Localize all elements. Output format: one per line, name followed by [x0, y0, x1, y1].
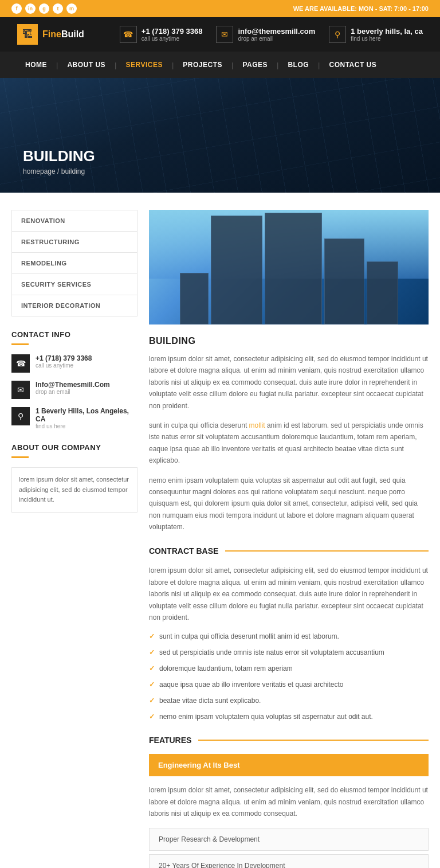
logo-icon: 🏗 — [17, 24, 38, 45]
check-text-3: doloremque laudantium, totam rem aperiam — [159, 663, 293, 674]
check-item-6: ✓ nemo enim ipsam voluptatem quia volupt… — [149, 711, 429, 722]
building-image-inner — [149, 210, 429, 324]
features-title-text: FEATURES — [149, 736, 191, 745]
contact-title-underline — [11, 343, 29, 345]
contact-info-title: CONTACT INFO — [11, 330, 138, 339]
nav-blog[interactable]: BLOG — [280, 52, 317, 78]
check-list: ✓ sunt in culpa qui officia deserunt mol… — [149, 631, 429, 722]
about-company-text: lorem ipsum dolor sit amet, consectetur … — [11, 467, 138, 513]
address-sub: find us here — [351, 36, 423, 42]
check-text-4: aaque ipsa quae ab illo inventore verita… — [159, 679, 344, 690]
email-sub: drop an email — [238, 36, 315, 42]
hero-breadcrumb: homepage / building — [23, 167, 417, 175]
address-text: 1 beverly hills, la, ca — [351, 27, 423, 36]
nav-projects[interactable]: PROJECTS — [175, 52, 230, 78]
sidebar-phone-number: +1 (718) 379 3368 — [36, 354, 92, 362]
contract-para: lorem ipsum dolor sit amet, consectetur … — [149, 565, 429, 623]
sidebar-phone-sub: call us anytime — [36, 362, 92, 369]
building-2 — [211, 216, 262, 324]
sidebar-address-text: 1 Beverly Hills, Los Angeles, CA — [36, 407, 138, 423]
logo-text: FineBuild — [42, 29, 84, 40]
email-icon: ✉ — [216, 26, 233, 43]
nav-sep-4: | — [230, 61, 234, 69]
check-item-2: ✓ sed ut perspiciatis unde omnis iste na… — [149, 647, 429, 658]
contract-title-text: CONTRACT BASE — [149, 546, 218, 556]
check-item-4: ✓ aaque ipsa quae ab illo inventore veri… — [149, 679, 429, 690]
check-text-1: sunt in culpa qui officia deserunt molli… — [159, 631, 339, 642]
check-text-6: nemo enim ipsam voluptatem quia voluptas… — [159, 711, 373, 722]
sidebar-email: ✉ Info@Themesmill.Com drop an email — [11, 381, 138, 399]
about-title-underline — [11, 456, 29, 458]
hero-lines — [0, 78, 440, 193]
nav-sep-2: | — [113, 61, 117, 69]
linkedin-icon[interactable]: in — [25, 3, 36, 14]
sidebar-about: ABOUT OUR COMPANY lorem ipsum dolor sit … — [11, 443, 138, 513]
twitter-icon[interactable]: t — [53, 3, 63, 14]
checkmark-6: ✓ — [149, 711, 155, 722]
sidebar-contact-info: CONTACT INFO ☎ +1 (718) 379 3368 call us… — [11, 330, 138, 429]
features-divider — [198, 740, 429, 741]
nav-sep-5: | — [276, 61, 280, 69]
social-links[interactable]: f in g t m — [11, 3, 77, 14]
features-active-text: lorem ipsum dolor sit amet, consectetur … — [149, 784, 429, 819]
sidebar-item-interior[interactable]: INTERIOR DECORATION — [12, 295, 137, 316]
header-phone: ☎ +1 (718) 379 3368 call us anytime — [120, 26, 203, 43]
para2-link1[interactable]: mollit — [249, 421, 265, 429]
sidebar-item-restructuring[interactable]: RESTRUCTURING — [12, 232, 137, 253]
sidebar-item-security[interactable]: SECURITY SERVICES — [12, 274, 137, 295]
phone-number: +1 (718) 379 3368 — [142, 27, 203, 36]
checkmark-1: ✓ — [149, 631, 155, 642]
check-item-3: ✓ doloremque laudantium, totam rem aperi… — [149, 663, 429, 674]
hero-section: BUILDING homepage / building — [0, 78, 440, 193]
sidebar-phone: ☎ +1 (718) 379 3368 call us anytime — [11, 354, 138, 373]
nav-contact[interactable]: CONTACT US — [321, 52, 384, 78]
content-area: BUILDING lorem ipsum dolor sit amet, con… — [149, 210, 429, 868]
logo[interactable]: 🏗 FineBuild — [17, 24, 84, 45]
header-email: ✉ info@themesmill.com drop an email — [216, 26, 315, 43]
contract-title: CONTRACT BASE — [149, 546, 429, 556]
contract-divider — [225, 550, 429, 552]
header: 🏗 FineBuild ☎ +1 (718) 379 3368 call us … — [0, 17, 440, 52]
header-address: ⚲ 1 beverly hills, la, ca find us here — [329, 26, 423, 43]
sidebar-phone-icon: ☎ — [11, 354, 30, 373]
availability-text: WE ARE AVAILABLE: MON - SAT: 7:00 - 17:0… — [293, 5, 429, 12]
checkmark-4: ✓ — [149, 679, 155, 690]
features-active-tab[interactable]: Engineering At Its Best — [149, 754, 429, 776]
hero-title: BUILDING — [23, 147, 417, 165]
nav-home[interactable]: HOME — [17, 52, 55, 78]
googleplus-icon[interactable]: g — [39, 3, 49, 14]
hero-content: BUILDING homepage / building — [23, 147, 417, 175]
check-text-5: beatae vitae dicta sunt explicabo. — [159, 695, 261, 706]
sidebar-item-remodeling[interactable]: REMODELING — [12, 253, 137, 274]
mail-icon[interactable]: m — [66, 3, 77, 14]
nav-pages[interactable]: PAGES — [234, 52, 276, 78]
features-section: FEATURES — [149, 736, 429, 745]
accordion-item-2[interactable]: 20+ Years Of Experience In Development — [149, 854, 429, 868]
sidebar-menu[interactable]: RENOVATION RESTRUCTURING REMODELING SECU… — [11, 210, 138, 316]
building-para2: sunt in culpa qui officia deserunt molli… — [149, 420, 429, 467]
check-item-1: ✓ sunt in culpa qui officia deserunt mol… — [149, 631, 429, 642]
checkmark-2: ✓ — [149, 647, 155, 658]
building-para3: nemo enim ipsam voluptatem quia voluptas… — [149, 475, 429, 533]
nav-about[interactable]: ABOUT US — [59, 52, 113, 78]
building-para1: lorem ipsum dolor sit amet, consectetur … — [149, 353, 429, 412]
sidebar-item-renovation[interactable]: RENOVATION — [12, 210, 137, 232]
sidebar-address-icon: ⚲ — [11, 407, 30, 425]
top-bar: f in g t m WE ARE AVAILABLE: MON - SAT: … — [0, 0, 440, 17]
check-item-5: ✓ beatae vitae dicta sunt explicabo. — [149, 695, 429, 706]
sidebar-email-icon: ✉ — [11, 381, 30, 399]
sidebar-email-address: Info@Themesmill.Com — [36, 381, 110, 389]
phone-sub: call us anytime — [142, 36, 203, 42]
accordion-item-1[interactable]: Proper Research & Development — [149, 828, 429, 851]
facebook-icon[interactable]: f — [11, 3, 22, 14]
check-text-2: sed ut perspiciatis unde omnis iste natu… — [159, 647, 384, 658]
header-contacts: ☎ +1 (718) 379 3368 call us anytime ✉ in… — [120, 26, 423, 43]
sidebar-address: ⚲ 1 Beverly Hills, Los Angeles, CA find … — [11, 407, 138, 429]
building-3 — [265, 213, 322, 324]
sidebar: RENOVATION RESTRUCTURING REMODELING SECU… — [11, 210, 138, 868]
nav-sep-6: | — [317, 61, 321, 69]
building-title: BUILDING — [149, 336, 429, 346]
about-company-title: ABOUT OUR COMPANY — [11, 443, 138, 452]
main-nav[interactable]: HOME | ABOUT US | SERVICES | PROJECTS | … — [0, 52, 440, 78]
nav-services[interactable]: SERVICES — [117, 52, 170, 78]
